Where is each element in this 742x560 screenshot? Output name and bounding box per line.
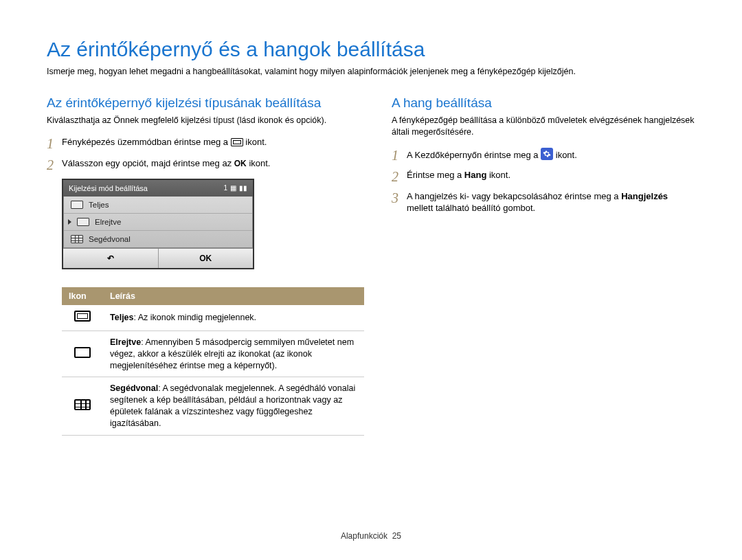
display-mode-icon <box>231 138 243 146</box>
full-display-icon <box>74 311 91 322</box>
camera-screenshot: Kijelzési mód beállítása 1 ▦ ▮▮ Teljes E… <box>62 179 254 269</box>
camera-ok-button[interactable]: OK <box>159 249 254 268</box>
table-row: Segédvonal: A segédvonalak megjelennek. … <box>62 377 364 436</box>
page-title: Az érintőképernyő és a hangok beállítása <box>47 38 695 61</box>
table-header-desc: Leírás <box>103 287 364 305</box>
step-text: ikont. <box>249 158 270 168</box>
footer-label: Alapfunkciók <box>341 531 387 541</box>
step-text: A hangjelzés ki- vagy bekapcsolásához ér… <box>407 191 621 201</box>
step-text: ikont. <box>556 150 577 160</box>
right-heading: A hang beállítása <box>392 96 695 111</box>
camera-option-label: Teljes <box>89 201 109 209</box>
page-intro: Ismerje meg, hogyan lehet megadni a hang… <box>47 67 695 76</box>
step-bold: Hangjelzés <box>621 191 668 201</box>
camera-back-button[interactable]: ↶ <box>63 249 159 268</box>
left-step-2: 2 Válasszon egy opciót, majd érintse meg… <box>47 157 364 172</box>
camera-header-title: Kijelzési mód beállítása <box>69 184 148 192</box>
hidden-display-icon <box>74 347 91 358</box>
step-number: 3 <box>392 191 407 205</box>
table-row: Elrejtve: Amennyiben 5 másodpercig semmi… <box>62 331 364 377</box>
hidden-display-icon <box>77 218 89 226</box>
right-step-3: 3 A hangjelzés ki- vagy bekapcsolásához … <box>392 190 695 214</box>
table-header-icon: Ikon <box>62 287 103 305</box>
footer-page-number: 25 <box>392 531 401 541</box>
ok-icon: OK <box>234 159 247 168</box>
page-footer: Alapfunkciók 25 <box>0 531 742 541</box>
step-bold: Hang <box>464 170 487 180</box>
step-text: Érintse meg a <box>407 170 464 180</box>
camera-option-label: Elrejtve <box>95 218 121 226</box>
full-display-icon <box>71 201 83 209</box>
right-column: A hang beállítása A fényképezőgép beállí… <box>392 96 695 436</box>
battery-icon: ▮▮ <box>239 184 247 192</box>
table-bold: Elrejtve <box>110 337 141 347</box>
grid-display-icon <box>74 399 91 410</box>
step-number: 1 <box>47 137 62 150</box>
left-intro: Kiválaszthatja az Önnek megfelelő kijelz… <box>47 115 364 126</box>
step-text: ikont. <box>489 170 510 180</box>
step-text: Fényképezés üzemmódban érintse meg a <box>62 137 231 147</box>
step-text: ikont. <box>245 137 267 147</box>
table-row: Teljes: Az ikonok mindig megjelennek. <box>62 305 364 331</box>
left-heading: Az érintőképernyő kijelzési típusának be… <box>47 96 364 111</box>
right-step-2: 2 Érintse meg a Hang ikont. <box>392 169 695 183</box>
table-desc: : Az ikonok mindig megjelennek. <box>134 313 257 322</box>
step-number: 2 <box>47 158 62 172</box>
step-text: A Kezdőképernyőn érintse meg a <box>407 150 541 160</box>
camera-option-teljes[interactable]: Teljes <box>64 197 252 214</box>
camera-counter: 1 <box>223 184 227 192</box>
step-text: mellett található beállító gombot. <box>407 203 535 213</box>
step-number: 1 <box>392 148 407 162</box>
right-intro: A fényképezőgép beállítása a különböző m… <box>392 115 695 138</box>
memory-icon: ▦ <box>230 184 236 192</box>
left-column: Az érintőképernyő kijelzési típusának be… <box>47 96 364 436</box>
icon-description-table: Ikon Leírás Teljes: Az ikonok mindig meg… <box>62 287 364 436</box>
camera-option-elrejtve[interactable]: Elrejtve <box>64 214 252 231</box>
table-bold: Segédvonal <box>110 383 158 393</box>
step-number: 2 <box>392 170 407 183</box>
grid-display-icon <box>71 235 83 243</box>
table-desc: : Amennyiben 5 másodpercig semmilyen műv… <box>110 337 354 370</box>
right-step-1: 1 A Kezdőképernyőn érintse meg a ikont. <box>392 148 695 162</box>
left-step-1: 1 Fényképezés üzemmódban érintse meg a i… <box>47 136 364 150</box>
camera-option-segedvonal[interactable]: Segédvonal <box>64 231 252 247</box>
camera-option-label: Segédvonal <box>89 235 131 243</box>
settings-icon <box>541 148 553 160</box>
step-text: Válasszon egy opciót, majd érintse meg a… <box>62 158 234 168</box>
table-bold: Teljes <box>110 313 134 322</box>
